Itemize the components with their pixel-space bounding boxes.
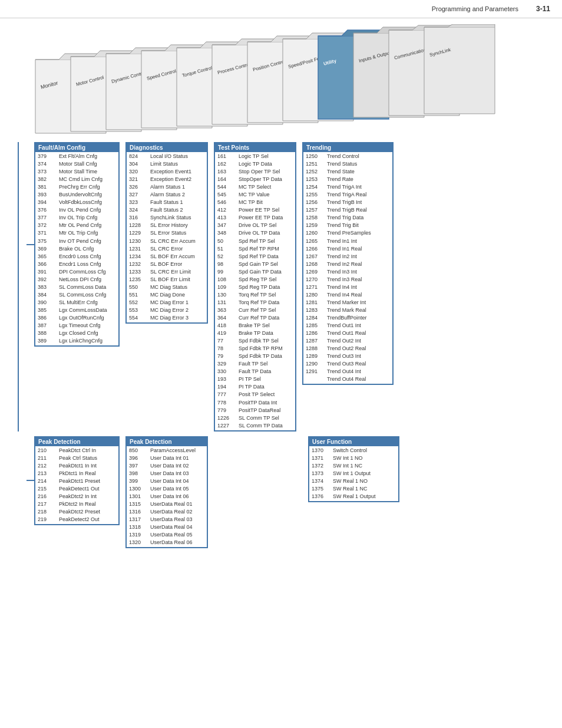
row-label: Lgx CommLossData <box>59 307 107 314</box>
row-label: PositTP DataReal <box>239 407 280 414</box>
row-num: 544 <box>217 183 236 191</box>
row-label: ParamAccessLevel <box>150 447 196 454</box>
row-label: UserData Real 03 <box>150 516 193 523</box>
row-label: UserData Real 02 <box>150 508 193 516</box>
row-label: Spd Ref TP Sel <box>239 238 275 245</box>
row-label: Spd Ref TP RPM <box>239 245 279 253</box>
row-num: 1290 <box>306 360 325 368</box>
row-label: User Data Int 04 <box>150 477 189 485</box>
row-label: Trend In2 Int <box>327 253 357 261</box>
row-label: SL CRC Error <box>150 245 183 253</box>
row-num: 51 <box>217 245 236 253</box>
row-num: 1233 <box>129 268 148 276</box>
connector-h2 <box>27 480 34 481</box>
row-num: 550 <box>129 284 148 291</box>
row-num: 1268 <box>306 261 325 268</box>
row-num: 1235 <box>129 276 148 284</box>
panel-row: 390SL MultiErr Cnfg <box>38 299 116 307</box>
row-num: 1319 <box>129 531 148 539</box>
panel-row: 1267Trend In2 Int <box>306 253 390 261</box>
row-num: 364 <box>217 314 236 322</box>
row-num: 389 <box>38 337 57 345</box>
panel-row: 327Alarm Status 2 <box>129 191 204 199</box>
row-num: 1320 <box>129 539 148 546</box>
fault-alm-panel: Fault/Alm Config 379Ext Flt/Alm Cnfg374M… <box>27 142 120 348</box>
panel-row: 1226SL Comm TP Sel <box>217 414 293 422</box>
row-label: Spd Fdbk TP Sel <box>239 337 279 345</box>
row-label: Spd Fdbk TP Data <box>239 353 282 360</box>
row-label: Encdr0 Loss Cnfg <box>59 253 101 261</box>
row-label: StopOper TP Data <box>239 176 282 183</box>
panel-row: 1259Trend Trig Bit <box>306 222 390 229</box>
row-label: SW Real 1 NC <box>333 485 368 493</box>
panel-row: 326Alarm Status 1 <box>129 183 204 191</box>
row-label: Exception Event2 <box>150 176 191 183</box>
row-num: 397 <box>129 462 148 470</box>
row-label: Fault Status 1 <box>150 199 183 206</box>
test-points-content: 161Logic TP Sel162Logic TP Data163Stop O… <box>215 152 295 430</box>
row-label: Trend State <box>327 168 355 176</box>
panel-row: 219PeakDetect2 Out <box>38 516 116 523</box>
panel-row: 77Spd Fdbk TP Sel <box>217 337 293 345</box>
panel-row: 552MC Diag Error 1 <box>129 299 204 307</box>
row-num: 382 <box>38 176 57 183</box>
row-label: BusUndervoltCnfg <box>59 191 102 199</box>
panel-row: 323Fault Status 1 <box>129 199 204 206</box>
row-num: 330 <box>217 368 236 375</box>
row-num: 1284 <box>306 314 325 322</box>
row-num: 1260 <box>306 229 325 237</box>
panel-row: 365Encdr0 Loss Cnfg <box>38 253 116 261</box>
row-label: User Data Int 02 <box>150 462 189 470</box>
row-num: 304 <box>129 160 148 168</box>
panel-row: 217PkDtct2 In Real <box>38 500 116 508</box>
panel-row: 371Mtr OL Trip Cnfg <box>38 229 116 237</box>
row-label: Switch Control <box>333 447 367 454</box>
row-num: 396 <box>129 454 148 462</box>
row-label: Lgx LinkChngCnfg <box>59 337 103 345</box>
panel-row: 130Torq Ref TP Sel <box>217 291 293 299</box>
panel-row: 388Lgx Closed Cnfg <box>38 330 116 337</box>
row-num: 324 <box>129 206 148 214</box>
panel-row: 364Curr Ref TP Data <box>217 314 293 322</box>
main-panels-area: Fault/Alm Config 379Ext Flt/Alm Cnfg374M… <box>0 142 562 548</box>
row-num: 1373 <box>312 470 330 477</box>
row-num: 1251 <box>306 160 325 168</box>
row-num: 1315 <box>129 500 148 508</box>
panel-row: 385Lgx CommLossData <box>38 307 116 314</box>
row-num: 1371 <box>312 454 330 462</box>
panel-row: 1234SL BOF Err Accum <box>129 253 204 261</box>
row-label: PI TP Sel <box>239 375 261 383</box>
panel-row: 1268Trend In2 Real <box>306 261 390 268</box>
row-label: PkDtct1 In Real <box>59 470 96 477</box>
row-num: 210 <box>38 447 57 454</box>
panel-row: 777Posit TP Select <box>217 391 293 398</box>
panel-row: 1281Trend Marker Int <box>306 299 390 307</box>
row-num: 551 <box>129 291 148 299</box>
row-num: 546 <box>217 199 236 206</box>
page-title: Programming and Parameters <box>432 5 518 12</box>
panel-row: 1286Trend Out1 Real <box>306 330 390 337</box>
test-points-header: Test Points <box>215 143 295 152</box>
row-num: 373 <box>38 168 57 176</box>
row-label: TrendBuffPointer <box>327 314 367 322</box>
row-label: User Data Int 01 <box>150 454 189 462</box>
row-num: 327 <box>129 191 148 199</box>
row-num: 78 <box>217 345 236 353</box>
row-num: 394 <box>38 199 57 206</box>
row-num: 1288 <box>306 345 325 353</box>
peak-detection-left-header: Peak Detection <box>35 437 118 446</box>
row-num: 1287 <box>306 337 325 345</box>
panel-row: 215PeakDetect1 Out <box>38 485 116 493</box>
row-num: 1265 <box>306 238 325 245</box>
row-label: Trend Out4 Real <box>327 375 366 383</box>
panel-row: 546MC TP Bit <box>217 199 293 206</box>
row-label: Trend In1 Real <box>327 245 362 253</box>
row-num: 366 <box>38 261 57 268</box>
row-label: Spd Ref TP Data <box>239 253 279 261</box>
row-num: 1291 <box>306 368 325 375</box>
row-num: 1229 <box>129 229 148 237</box>
row-num: 99 <box>217 268 236 276</box>
panel-row: 1284TrendBuffPointer <box>306 314 390 322</box>
row-num: 326 <box>129 183 148 191</box>
row-num: 1283 <box>306 307 325 314</box>
